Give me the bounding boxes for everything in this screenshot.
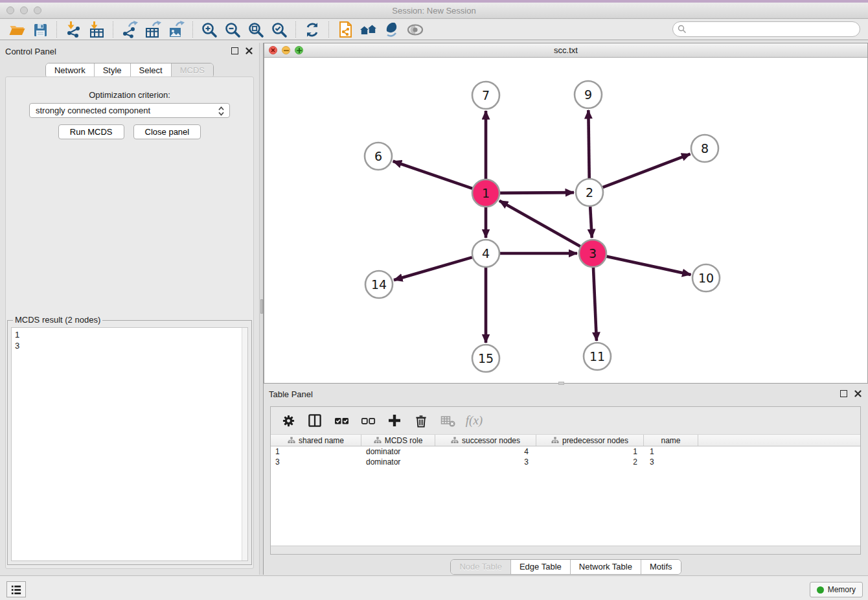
graph-node[interactable]: 1 [472, 179, 499, 207]
graph-node[interactable]: 7 [472, 82, 499, 109]
memory-button[interactable]: Memory [810, 582, 863, 597]
zoom-selected-button[interactable] [268, 21, 291, 39]
table-cell[interactable]: 4 [435, 446, 536, 457]
search-icon [678, 25, 687, 34]
table-cell[interactable]: 2 [536, 457, 644, 467]
mcds-result-box[interactable]: 1 3 [11, 327, 248, 561]
column-header-mcds-role[interactable]: MCDS role [361, 435, 435, 446]
graph-edge[interactable] [603, 154, 691, 188]
float-panel-icon[interactable] [231, 47, 238, 54]
table-cell[interactable]: 1 [644, 446, 698, 457]
table-cell[interactable]: 3 [644, 457, 698, 467]
table-cell[interactable]: 3 [435, 457, 536, 467]
task-history-button[interactable] [6, 581, 26, 597]
delete-column-button[interactable] [413, 412, 429, 429]
select-all-button[interactable] [333, 412, 350, 429]
graph-node[interactable]: 3 [579, 240, 606, 267]
tab-network[interactable]: Network [46, 63, 95, 78]
table-cell[interactable]: 1 [536, 446, 644, 457]
window-title: Session: New Session [0, 6, 868, 16]
table-row[interactable]: 3dominator323 [271, 457, 860, 467]
optimization-criterion-select[interactable]: strongly connected component [29, 103, 230, 118]
import-table-button[interactable] [85, 21, 108, 39]
horizontal-splitter-grip[interactable] [558, 382, 564, 385]
column-header-shared-name[interactable]: shared name [271, 435, 361, 446]
zoom-in-button[interactable] [198, 21, 221, 39]
close-panel-icon[interactable] [854, 390, 862, 397]
graph-edge[interactable] [500, 192, 574, 193]
tab-edge-table[interactable]: Edge Table [511, 560, 571, 574]
graph-edge[interactable] [606, 257, 691, 275]
import-network-button[interactable] [62, 21, 85, 39]
run-mcds-button[interactable]: Run MCDS [58, 124, 124, 139]
tab-mcds[interactable]: MCDS [172, 63, 213, 78]
graph-node[interactable]: 2 [576, 179, 603, 206]
tab-network-table[interactable]: Network Table [571, 560, 641, 574]
network-file-button[interactable] [334, 21, 357, 39]
save-session-button[interactable] [29, 21, 52, 39]
tab-motifs[interactable]: Motifs [641, 560, 681, 574]
splitter-grip[interactable] [260, 299, 263, 314]
table-row[interactable]: 1dominator411 [271, 446, 860, 457]
network-window-titlebar[interactable]: scc.txt [264, 43, 867, 58]
mcds-result-fieldset: MCDS result (2 nodes) 1 3 [7, 320, 252, 565]
function-builder-button[interactable]: f(x) [466, 412, 483, 429]
graph-edge[interactable] [393, 161, 472, 189]
graph-node[interactable]: 10 [692, 264, 720, 292]
graph-node[interactable]: 6 [365, 143, 392, 170]
tab-style[interactable]: Style [95, 63, 131, 78]
hide-unhide-button[interactable] [404, 21, 427, 39]
add-column-button[interactable] [386, 412, 403, 429]
node-label: 9 [584, 87, 592, 102]
float-panel-icon[interactable] [840, 390, 847, 397]
network-canvas[interactable]: 7968124314101511 [264, 58, 867, 383]
node-label: 1 [482, 186, 490, 200]
table-cell[interactable]: dominator [361, 446, 435, 457]
open-session-button[interactable] [5, 21, 29, 39]
deselect-all-button[interactable] [360, 412, 376, 429]
zoom-fit-button[interactable] [244, 21, 268, 39]
graph-node[interactable]: 14 [365, 271, 393, 298]
tab-select[interactable]: Select [131, 63, 172, 78]
vertical-splitter[interactable] [259, 43, 264, 575]
table-horizontal-scrollbar[interactable] [271, 546, 860, 554]
result-scrollbar[interactable] [242, 328, 247, 560]
graph-node[interactable]: 9 [575, 81, 602, 108]
close-panel-button[interactable]: Close panel [133, 124, 201, 139]
close-panel-icon[interactable] [246, 47, 253, 54]
delete-table-button[interactable] [439, 412, 456, 429]
network-graph: 7968124314101511 [264, 58, 867, 383]
zoom-out-button[interactable] [221, 21, 244, 39]
tab-node-table[interactable]: Node Table [451, 560, 511, 574]
export-network-button[interactable] [118, 21, 141, 39]
export-image-button[interactable] [165, 21, 188, 39]
minimize-network-button[interactable] [282, 46, 290, 54]
maximize-network-button[interactable] [295, 46, 303, 54]
graph-node[interactable]: 15 [472, 345, 499, 372]
graph-edge[interactable] [394, 257, 472, 280]
table-cell[interactable]: dominator [361, 457, 435, 467]
close-network-button[interactable] [269, 46, 277, 54]
home-button[interactable] [357, 21, 380, 39]
graph-node[interactable]: 4 [472, 240, 499, 267]
control-panel: Control Panel Network Style Select MCDS … [0, 43, 259, 575]
column-header-predecessor-nodes[interactable]: predecessor nodes [536, 435, 644, 446]
graph-edge[interactable] [590, 207, 592, 238]
table-settings-button[interactable] [280, 412, 297, 429]
eye-icon [406, 21, 424, 38]
style-button[interactable] [380, 21, 404, 39]
graph-node[interactable]: 8 [691, 135, 718, 162]
table-cell[interactable]: 1 [271, 446, 361, 457]
export-table-button[interactable] [141, 21, 165, 39]
column-header-successor-nodes[interactable]: successor nodes [435, 435, 536, 446]
search-input[interactable] [687, 23, 860, 36]
graph-edge[interactable] [499, 201, 580, 246]
apply-layout-button[interactable] [301, 21, 324, 39]
trash-icon [414, 413, 428, 428]
column-header-name[interactable]: name [644, 435, 698, 446]
graph-edge[interactable] [588, 110, 589, 178]
toggle-column-panel-button[interactable] [306, 412, 323, 429]
graph-node[interactable]: 11 [584, 343, 611, 370]
table-cell[interactable]: 3 [271, 457, 361, 467]
graph-edge[interactable] [593, 268, 597, 341]
